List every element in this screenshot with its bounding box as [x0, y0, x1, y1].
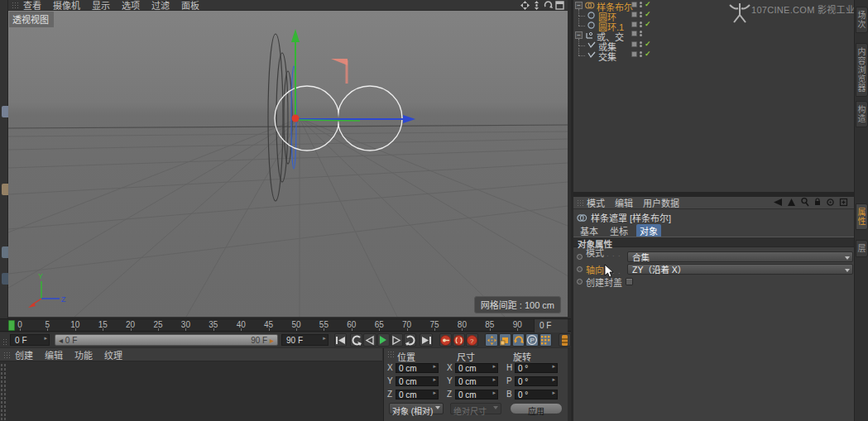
tab-structure[interactable]: 构造 — [856, 101, 868, 127]
timeline-playhead[interactable] — [8, 320, 15, 331]
menu-edit[interactable]: 编辑 — [45, 348, 63, 361]
tab-layers[interactable]: 层 — [856, 240, 868, 257]
toggle-record-parameter[interactable]: P — [525, 333, 538, 347]
toggle-view-icon[interactable] — [555, 1, 564, 10]
object-row[interactable]: 或集 ✓ — [573, 41, 854, 50]
back-arrow-icon[interactable] — [774, 198, 782, 208]
visibility-dots-icon[interactable] — [640, 31, 642, 36]
go-to-start-button[interactable] — [334, 333, 347, 347]
menu-texture[interactable]: 纹理 — [104, 348, 122, 361]
size-z-field[interactable]: 0 cm▸ — [455, 390, 498, 399]
object-label[interactable]: 交集 — [598, 50, 616, 63]
menu-filter[interactable]: 过滤 — [151, 0, 170, 12]
animation-dot-icon[interactable] — [577, 279, 583, 285]
tab-takes[interactable]: 场次 — [856, 7, 868, 33]
left-toolbar-sliver[interactable] — [2, 106, 8, 117]
origin-point[interactable] — [292, 115, 300, 122]
toggle-record-position[interactable] — [485, 333, 497, 347]
visibility-dots-icon[interactable] — [640, 51, 642, 57]
up-arrow-icon[interactable] — [788, 198, 795, 208]
panel-grip[interactable] — [3, 352, 10, 359]
panel-grip[interactable] — [12, 2, 18, 9]
pan-view-icon[interactable] — [520, 1, 530, 10]
menu-mode[interactable]: 模式 — [587, 196, 605, 209]
rotation-p-field[interactable]: 0 °▸ — [515, 376, 558, 386]
left-toolbar-sliver[interactable] — [2, 246, 8, 258]
viewport-canvas[interactable]: Y Z 透视视图 网格间距 : 100 cm — [8, 11, 568, 317]
rotation-b-field[interactable]: 0 °▸ — [515, 390, 558, 399]
visibility-dots-icon[interactable] — [640, 12, 642, 17]
left-toolbar-sliver[interactable] — [2, 273, 8, 285]
position-z-field[interactable]: 0 cm▸ — [396, 390, 439, 399]
record-keyframe-button[interactable] — [439, 333, 452, 347]
tab-attributes[interactable]: 属性 — [856, 203, 868, 230]
zoom-view-icon[interactable] — [532, 1, 541, 10]
visibility-dots-icon[interactable] — [640, 22, 642, 27]
object-row[interactable]: 交集 ✓ — [573, 50, 854, 60]
create-caps-checkbox[interactable] — [626, 278, 633, 285]
menu-panel[interactable]: 面板 — [181, 0, 199, 12]
layer-icon[interactable] — [631, 22, 637, 27]
lock-icon[interactable] — [814, 198, 821, 208]
enabled-check-icon[interactable]: ✓ — [645, 11, 651, 18]
menu-options[interactable]: 选项 — [122, 0, 140, 12]
enabled-check-icon[interactable]: ✓ — [645, 1, 651, 8]
position-x-field[interactable]: 0 cm▸ — [396, 363, 439, 373]
menu-function[interactable]: 功能 — [74, 348, 93, 361]
rotate-view-icon[interactable] — [544, 1, 553, 10]
panel-grip[interactable] — [0, 363, 7, 421]
end-frame-field[interactable]: 90 F▸ — [281, 334, 328, 346]
tab-content-browser[interactable]: 内容浏览器 — [856, 43, 868, 97]
toggle-record-rotation[interactable] — [512, 333, 525, 347]
layer-icon[interactable] — [631, 41, 637, 47]
play-button[interactable] — [377, 333, 390, 347]
start-frame-field[interactable]: 0 F▸ — [10, 334, 50, 346]
axis-dropdown[interactable]: ZY（沿着 X） — [627, 264, 853, 275]
visibility-dots-icon[interactable] — [640, 2, 642, 7]
x-axis-handle[interactable] — [331, 59, 348, 65]
view-name-label[interactable]: 透视视图 — [9, 12, 54, 27]
coord-mode-dropdown[interactable]: 对象 (相对) — [389, 403, 444, 414]
menu-camera[interactable]: 摄像机 — [53, 0, 80, 12]
size-x-field[interactable]: 0 cm▸ — [455, 363, 498, 373]
enabled-check-icon[interactable]: ✓ — [645, 21, 651, 28]
history-icon[interactable] — [827, 198, 834, 208]
layer-icon[interactable] — [631, 51, 637, 57]
layer-icon[interactable] — [631, 31, 637, 36]
layer-icon[interactable] — [631, 2, 637, 7]
menu-user-data[interactable]: 用户数据 — [643, 196, 679, 209]
y-axis-arrow[interactable] — [291, 29, 300, 42]
object-row[interactable]: − 或、交 — [573, 31, 854, 40]
animation-dot-icon[interactable] — [577, 254, 583, 260]
rotation-h-field[interactable]: 0 °▸ — [515, 363, 558, 373]
menu-view[interactable]: 查看 — [23, 0, 41, 12]
collapse-icon[interactable]: − — [575, 31, 583, 39]
circle-splines-edge-on[interactable] — [268, 34, 292, 201]
autokey-button[interactable] — [453, 333, 465, 347]
enabled-check-icon[interactable]: ✓ — [645, 41, 651, 48]
previous-key-button[interactable] — [350, 333, 362, 347]
material-list-area[interactable] — [0, 361, 382, 421]
size-y-field[interactable]: 0 cm▸ — [455, 376, 498, 386]
enabled-check-icon[interactable]: ✓ — [645, 50, 651, 58]
left-toolbar-sliver[interactable] — [2, 184, 8, 195]
z-axis-arrow[interactable] — [403, 115, 415, 123]
next-frame-button[interactable] — [391, 333, 403, 347]
next-key-button[interactable] — [404, 333, 416, 347]
panel-grip[interactable] — [387, 351, 394, 358]
keyframe-selection-button[interactable]: ? — [466, 333, 478, 347]
visibility-dots-icon[interactable] — [640, 41, 642, 47]
new-panel-icon[interactable] — [840, 198, 847, 208]
apply-button[interactable]: 应用 — [510, 403, 563, 414]
previous-frame-button[interactable] — [363, 333, 376, 347]
timeline-scrubber[interactable]: ◂ 0 F 90 F ▸ — [55, 334, 278, 346]
position-y-field[interactable]: 0 cm▸ — [396, 376, 439, 386]
toggle-record-pla[interactable] — [540, 333, 552, 347]
panel-grip[interactable] — [2, 338, 8, 346]
menu-edit[interactable]: 编辑 — [615, 196, 633, 209]
search-icon[interactable] — [801, 198, 808, 208]
doodle-button[interactable] — [559, 333, 571, 347]
collapse-icon[interactable]: − — [575, 2, 583, 9]
animation-dot-icon[interactable] — [577, 266, 583, 272]
object-axis-gizmo[interactable] — [291, 29, 415, 123]
